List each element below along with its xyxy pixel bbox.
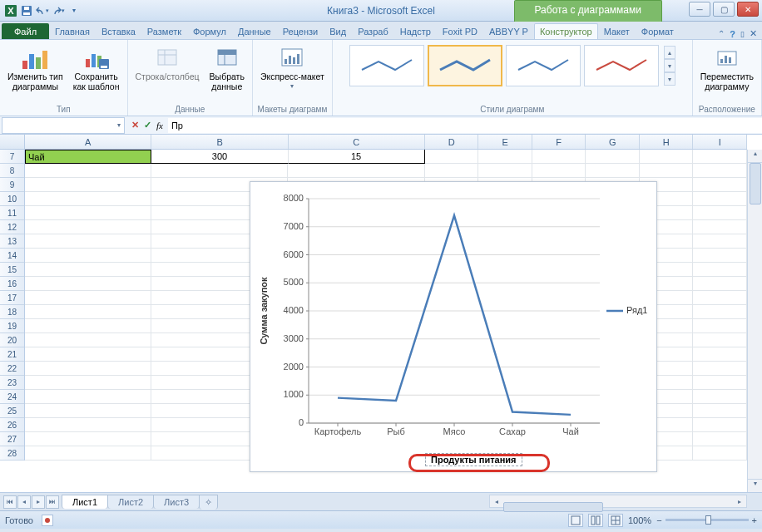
row-header-24[interactable]: 24 (0, 390, 24, 404)
tab-format[interactable]: Формат (636, 23, 680, 39)
move-chart-button[interactable]: Переместить диаграмму (696, 42, 758, 94)
cell-I27[interactable] (693, 432, 747, 446)
tab-layout[interactable]: Разметк (141, 23, 187, 39)
col-header-I[interactable]: I (693, 135, 747, 149)
col-header-B[interactable]: B (151, 135, 288, 149)
view-pagelayout-button[interactable] (588, 514, 603, 527)
cell-A21[interactable] (25, 347, 151, 362)
cell-I17[interactable] (693, 291, 747, 305)
row-header-18[interactable]: 18 (0, 305, 24, 319)
cell-A8[interactable] (25, 164, 151, 178)
tab-developer[interactable]: Разраб (352, 23, 394, 39)
cell-D8[interactable] (425, 164, 479, 178)
help-icon[interactable]: ? (730, 29, 735, 39)
row-header-8[interactable]: 8 (0, 164, 24, 178)
cell-A24[interactable] (25, 390, 151, 404)
sheet-last-button[interactable]: ⏭ (46, 495, 59, 509)
cell-E7[interactable] (478, 150, 532, 164)
row-header-19[interactable]: 19 (0, 319, 24, 333)
row-header-21[interactable]: 21 (0, 347, 24, 362)
col-header-H[interactable]: H (640, 135, 694, 149)
row-header-28[interactable]: 28 (0, 446, 24, 461)
cell-A18[interactable] (25, 305, 151, 319)
cell-I21[interactable] (693, 347, 747, 362)
col-header-C[interactable]: C (289, 135, 425, 149)
row-header-12[interactable]: 12 (0, 220, 24, 234)
cell-I19[interactable] (693, 319, 747, 333)
tab-design[interactable]: Конструктор (534, 23, 598, 39)
view-pagebreak-button[interactable] (608, 514, 623, 527)
cell-F8[interactable] (532, 164, 586, 178)
col-header-E[interactable]: E (478, 135, 532, 149)
save-icon[interactable] (19, 3, 34, 18)
cell-I25[interactable] (693, 404, 747, 418)
tab-formulas[interactable]: Формул (187, 23, 232, 39)
tab-file[interactable]: Файл (2, 23, 49, 39)
horizontal-scrollbar[interactable]: ◂ ▸ (489, 495, 747, 508)
zoom-level[interactable]: 100% (628, 515, 651, 525)
cell-I15[interactable] (693, 263, 747, 277)
row-header-20[interactable]: 20 (0, 333, 24, 347)
minimize-button[interactable]: ─ (689, 2, 710, 17)
row-header-9[interactable]: 9 (0, 178, 24, 192)
macro-record-icon[interactable] (42, 515, 53, 526)
col-header-F[interactable]: F (532, 135, 586, 149)
row-header-15[interactable]: 15 (0, 263, 24, 277)
sheet-tab-2[interactable]: Лист2 (107, 495, 154, 509)
embedded-chart[interactable]: 010002000300040005000600070008000Картофе… (250, 181, 657, 472)
undo-icon[interactable]: ▾ (35, 3, 50, 18)
sheet-first-button[interactable]: ⏮ (3, 495, 17, 509)
cell-C8[interactable] (288, 164, 424, 178)
sheet-tab-3[interactable]: Лист3 (153, 495, 200, 509)
doc-close-icon[interactable]: ✕ (750, 28, 757, 39)
cell-I13[interactable] (693, 234, 747, 249)
cell-I12[interactable] (693, 220, 747, 234)
style-3[interactable] (506, 45, 581, 86)
cell-G7[interactable] (586, 150, 640, 164)
col-header-G[interactable]: G (586, 135, 640, 149)
style-4[interactable] (584, 45, 659, 86)
excel-icon[interactable]: X (3, 3, 18, 18)
cancel-icon[interactable]: ✕ (131, 120, 139, 131)
style-2[interactable] (428, 45, 502, 86)
cell-A16[interactable] (25, 277, 151, 291)
express-layout-button[interactable]: Экспресс-макет ▾ (256, 42, 329, 92)
cell-I22[interactable] (693, 362, 747, 376)
tab-addins[interactable]: Надстр (394, 23, 437, 39)
cell-I24[interactable] (693, 390, 747, 404)
cell-I10[interactable] (693, 192, 747, 206)
tab-insert[interactable]: Вставка (96, 23, 141, 39)
cell-D7[interactable] (425, 150, 479, 164)
tab-chartlayout[interactable]: Макет (598, 23, 636, 39)
row-header-10[interactable]: 10 (0, 192, 24, 206)
cell-I14[interactable] (693, 249, 747, 263)
cell-A27[interactable] (25, 432, 151, 446)
cell-A25[interactable] (25, 404, 151, 418)
tab-home[interactable]: Главная (49, 23, 96, 39)
cell-I18[interactable] (693, 305, 747, 319)
row-header-11[interactable]: 11 (0, 206, 24, 220)
cell-A11[interactable] (25, 206, 151, 220)
cell-A20[interactable] (25, 333, 151, 347)
cell-A28[interactable] (25, 446, 151, 461)
formula-input[interactable] (168, 118, 762, 133)
cell-G8[interactable] (586, 164, 640, 178)
collapse-ribbon-icon[interactable]: ⌃ (718, 29, 725, 38)
style-up-button[interactable]: ▴ (664, 46, 675, 59)
cell-I8[interactable] (693, 164, 747, 178)
sheet-next-button[interactable]: ▸ (32, 495, 45, 509)
select-data-button[interactable]: Выбрать данные (205, 42, 249, 94)
cell-A12[interactable] (25, 220, 151, 234)
cell-A17[interactable] (25, 291, 151, 305)
style-1[interactable] (349, 45, 424, 86)
cell-I16[interactable] (693, 277, 747, 291)
row-header-16[interactable]: 16 (0, 277, 24, 291)
redo-icon[interactable]: ▾ (51, 3, 66, 18)
row-header-27[interactable]: 27 (0, 432, 24, 446)
row-header-26[interactable]: 26 (0, 418, 24, 432)
doc-restore-icon[interactable]: ▯ (740, 30, 745, 38)
row-header-23[interactable]: 23 (0, 376, 24, 390)
save-template-button[interactable]: Сохранить как шаблон (69, 42, 124, 94)
cell-E8[interactable] (478, 164, 532, 178)
sheet-prev-button[interactable]: ◂ (17, 495, 31, 509)
